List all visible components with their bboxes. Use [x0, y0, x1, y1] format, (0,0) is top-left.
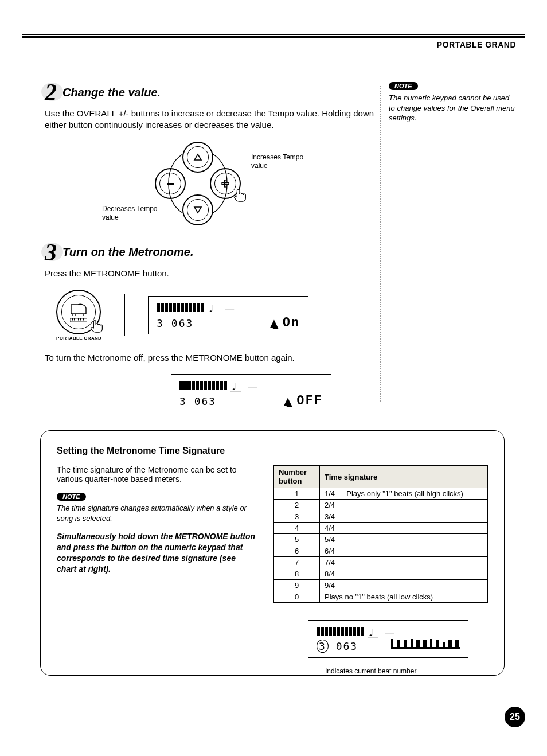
- beat-bars-icon: [157, 303, 204, 312]
- time-signature-panel: Setting the Metronome Time Signature The…: [40, 430, 505, 676]
- page-number-badge: 25: [505, 707, 525, 727]
- quarter-note-struck-icon: ♩—: [369, 626, 373, 639]
- hand-pointer-icon: [88, 317, 106, 334]
- side-note-text: The numeric keypad cannot be used to cha…: [389, 93, 515, 123]
- table-header-number: Number button: [274, 466, 320, 488]
- increase-tempo-label: Increases Tempo value: [251, 153, 320, 170]
- lcd-display-on: ♩ — 3 063 ▲̲ On: [148, 296, 308, 334]
- metronome-icon: ▲̲: [284, 395, 292, 407]
- step2-title: Change the value.: [62, 86, 161, 99]
- metronome-off-text: To turn the Metronome off, press the MET…: [45, 352, 377, 364]
- step3-body: Press the METRONOME button.: [45, 268, 377, 279]
- svg-rect-12: [404, 640, 407, 647]
- table-row: 0Plays no "1" beats (all low clicks): [274, 591, 488, 603]
- metronome-press-row: PORTABLE GRAND ♩ — 3 063 ▲̲ On: [56, 290, 377, 341]
- step-number-3: 3: [45, 240, 57, 264]
- page-header: PORTABLE GRAND: [22, 34, 525, 38]
- table-header-timesig: Time signature: [320, 466, 488, 488]
- lcd-display-beat: ♩— — 3 063: [308, 620, 468, 658]
- song-position-icon: [391, 639, 460, 653]
- panel-note-text: The time signature changes automatically…: [57, 503, 257, 523]
- step-number-2: 2: [45, 80, 57, 104]
- table-row: 11/4 — Plays only "1" beats (all high cl…: [274, 488, 488, 500]
- decrease-tempo-label: Decreases Tempo value: [102, 205, 171, 222]
- callout-line: [322, 650, 322, 669]
- svg-rect-14: [416, 640, 420, 647]
- step2-heading: 2 Change the value.: [45, 80, 377, 104]
- overall-buttons-diagram: Increases Tempo value Decreases Tempo va…: [68, 142, 377, 233]
- grand-piano-icon: [69, 302, 88, 317]
- metronome-icon: ▲̲: [270, 317, 278, 329]
- time-signature-table: Number button Time signature 11/4 — Play…: [274, 465, 488, 603]
- svg-rect-16: [430, 639, 432, 647]
- note-pill: NOTE: [57, 493, 86, 501]
- step3-title: Turn on the Metronome.: [62, 245, 194, 259]
- current-beat-circle: 3: [317, 640, 329, 653]
- table-row: 88/4: [274, 568, 488, 580]
- svg-rect-8: [83, 318, 84, 321]
- table-row: 22/4: [274, 500, 488, 511]
- svg-rect-20: [455, 640, 459, 647]
- svg-rect-18: [443, 642, 445, 647]
- vertical-divider: [380, 86, 381, 402]
- divider: [124, 294, 125, 336]
- note-pill: NOTE: [389, 82, 418, 90]
- header-section-title: PORTABLE GRAND: [437, 40, 516, 49]
- side-note: NOTE The numeric keypad cannot be used t…: [389, 80, 515, 123]
- minus-icon: —: [385, 628, 394, 638]
- svg-rect-5: [74, 318, 75, 321]
- table-row: 44/4: [274, 523, 488, 534]
- step3-heading: 3 Turn on the Metronome.: [45, 240, 377, 264]
- quarter-note-struck-icon: ♩—: [232, 380, 236, 393]
- table-row: 33/4: [274, 511, 488, 523]
- portable-grand-label: PORTABLE GRAND: [56, 336, 101, 341]
- table-row: 66/4: [274, 545, 488, 557]
- table-row: 55/4: [274, 534, 488, 545]
- portable-grand-button-illustration: PORTABLE GRAND: [56, 290, 101, 341]
- lcd-text: On: [283, 315, 300, 329]
- svg-rect-17: [436, 640, 439, 647]
- lcd-display-off: ♩— — 3 063 ▲̲ OFF: [171, 374, 331, 412]
- svg-rect-13: [411, 639, 413, 647]
- main-column: 2 Change the value. Use the OVERALL +/- …: [45, 80, 377, 412]
- lcd-number: 3 063: [157, 317, 193, 329]
- svg-rect-4: [72, 318, 73, 321]
- svg-rect-6: [78, 318, 79, 321]
- minus-icon: —: [248, 381, 257, 392]
- table-row: 77/4: [274, 557, 488, 568]
- lcd-text: OFF: [296, 393, 323, 407]
- minus-icon: —: [225, 303, 234, 314]
- keyboard-icon: [70, 318, 87, 322]
- svg-rect-7: [80, 318, 81, 321]
- svg-rect-10: [391, 639, 393, 647]
- table-row: 99/4: [274, 580, 488, 591]
- panel-instruction: Simultaneously hold down the METRONOME b…: [57, 531, 257, 575]
- svg-rect-15: [423, 640, 427, 647]
- svg-rect-19: [448, 640, 452, 647]
- lcd-number: 3 063: [179, 395, 216, 407]
- svg-rect-9: [391, 647, 460, 649]
- quarter-note-icon: ♩: [209, 302, 213, 315]
- beat-bars-icon: [179, 381, 227, 390]
- table-body: 11/4 — Plays only "1" beats (all high cl…: [274, 488, 488, 603]
- lcd-number: 3 063: [317, 640, 358, 653]
- svg-rect-11: [397, 640, 400, 647]
- panel-title: Setting the Metronome Time Signature: [57, 446, 488, 456]
- beat-number-caption: Indicates current beat number: [325, 667, 417, 675]
- beat-bars-icon: [317, 627, 364, 636]
- panel-intro: The time signature of the Metronome can …: [57, 465, 257, 484]
- step2-body: Use the OVERALL +/- buttons to increase …: [45, 108, 377, 131]
